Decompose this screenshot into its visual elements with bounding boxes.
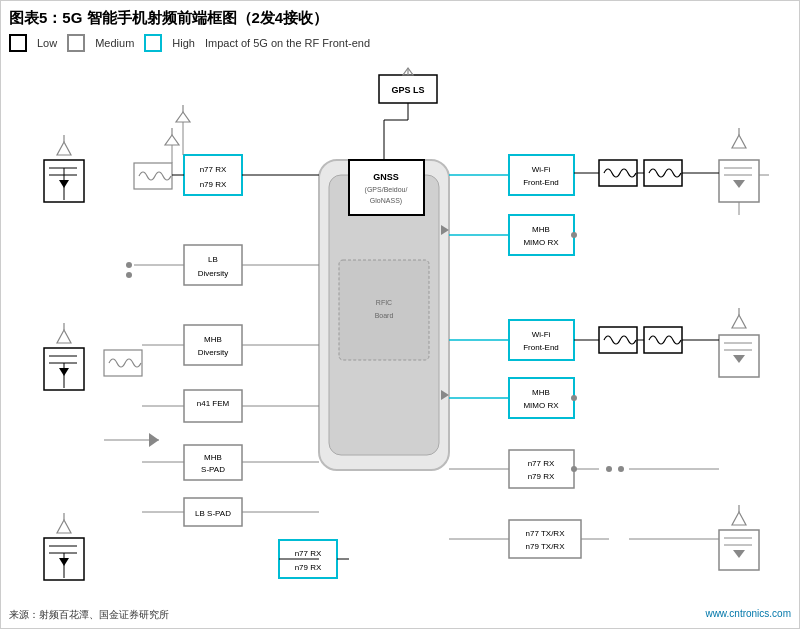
svg-text:MHB: MHB [204,453,222,462]
svg-text:Wi-Fi: Wi-Fi [532,165,551,174]
svg-point-137 [606,466,612,472]
svg-text:Board: Board [375,312,394,319]
svg-rect-23 [184,325,242,365]
svg-text:n77 RX: n77 RX [200,165,227,174]
svg-text:MIMO RX: MIMO RX [523,238,559,247]
legend-impact-label: Impact of 5G on the RF Front-end [205,37,370,49]
svg-point-59 [126,262,132,268]
legend-low-label: Low [37,37,57,49]
svg-point-60 [126,272,132,278]
svg-rect-3 [339,260,429,360]
svg-rect-83 [599,327,637,353]
svg-rect-84 [644,327,682,353]
legend-high-box [144,34,162,52]
legend-high-label: High [172,37,195,49]
legend: Low Medium High Impact of 5G on the RF F… [9,34,791,52]
svg-point-138 [618,466,624,472]
svg-rect-58 [104,350,142,376]
svg-rect-17 [184,155,242,195]
source-text: 来源：射频百花潭、国金证券研究所 [9,608,169,622]
svg-rect-78 [509,520,581,558]
legend-low-box [9,34,27,52]
svg-text:n79 RX: n79 RX [295,563,322,572]
svg-text:Diversity: Diversity [198,348,229,357]
svg-text:n79 RX: n79 RX [200,180,227,189]
svg-text:GNSS: GNSS [373,172,399,182]
svg-text:MIMO RX: MIMO RX [523,401,559,410]
diagram-svg: RFIC Board GPS LS GNSS (GPS/Beidou/ GloN… [9,60,789,590]
svg-text:Diversity: Diversity [198,269,229,278]
svg-text:GloNASS): GloNASS) [370,197,402,205]
svg-rect-57 [134,163,172,189]
svg-rect-20 [184,245,242,285]
legend-medium-box [67,34,85,52]
svg-text:RFIC: RFIC [376,299,392,306]
svg-rect-66 [509,215,574,255]
svg-text:Wi-Fi: Wi-Fi [532,330,551,339]
svg-text:MHB: MHB [204,335,222,344]
svg-point-134 [571,395,577,401]
svg-text:LB S-PAD: LB S-PAD [195,509,231,518]
svg-text:n77 TX/RX: n77 TX/RX [526,529,566,538]
svg-text:Front-End: Front-End [523,178,559,187]
page-container: 图表5：5G 智能手机射频前端框图（2发4接收） Low Medium High… [0,0,800,629]
footer: 来源：射频百花潭、国金证券研究所 www.cntronics.com [9,608,791,622]
svg-text:LB: LB [208,255,218,264]
svg-rect-75 [509,450,574,488]
svg-point-133 [571,232,577,238]
svg-rect-63 [509,155,574,195]
svg-text:MHB: MHB [532,388,550,397]
svg-rect-28 [184,445,242,480]
svg-text:GPS LS: GPS LS [391,85,424,95]
svg-text:n41 FEM: n41 FEM [197,399,230,408]
legend-medium-label: Medium [95,37,134,49]
svg-rect-69 [509,320,574,360]
svg-text:(GPS/Beidou/: (GPS/Beidou/ [365,186,408,194]
svg-text:MHB: MHB [532,225,550,234]
svg-text:Front-End: Front-End [523,343,559,352]
svg-text:S-PAD: S-PAD [201,465,225,474]
svg-rect-82 [644,160,682,186]
svg-text:n79 TX/RX: n79 TX/RX [526,542,566,551]
diagram-area: RFIC Board GPS LS GNSS (GPS/Beidou/ GloN… [9,60,789,590]
page-title: 图表5：5G 智能手机射频前端框图（2发4接收） [9,9,791,28]
website-text: www.cntronics.com [705,608,791,622]
svg-text:n77 RX: n77 RX [528,459,555,468]
svg-rect-72 [509,378,574,418]
svg-text:n77 RX: n77 RX [295,549,322,558]
svg-rect-81 [599,160,637,186]
svg-text:n79 RX: n79 RX [528,472,555,481]
